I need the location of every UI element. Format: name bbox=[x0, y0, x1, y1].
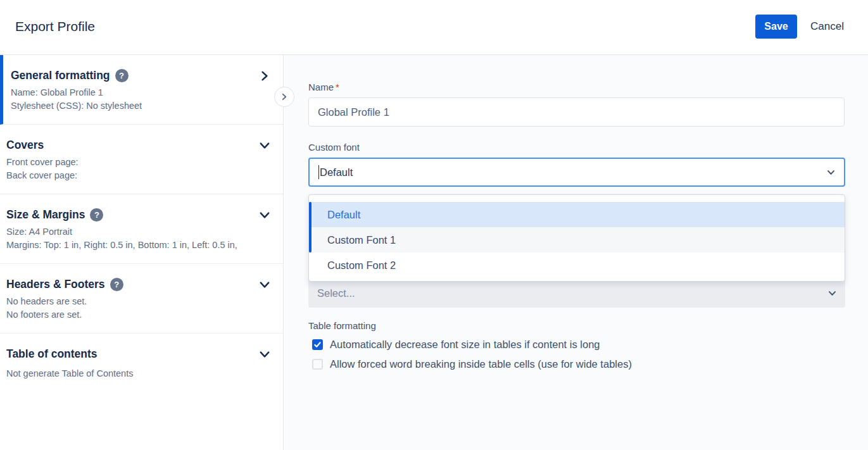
name-input[interactable] bbox=[308, 97, 845, 127]
sidebar-item-table-of-contents[interactable]: Table of contents Not generate Table of … bbox=[0, 334, 283, 392]
chevron-down-icon bbox=[828, 289, 836, 297]
custom-font-combobox[interactable]: Default bbox=[308, 158, 845, 187]
stylesheet-select[interactable]: Select... bbox=[308, 278, 845, 308]
option-custom-font-1[interactable]: Custom Font 1 bbox=[309, 227, 845, 253]
checkbox-label: Allow forced word breaking inside table … bbox=[330, 358, 632, 370]
required-asterisk: * bbox=[336, 82, 339, 92]
sidebar-item-summary: No footers are set. bbox=[6, 308, 255, 322]
checkbox-row-decrease-font[interactable]: Automatically decrease font size in tabl… bbox=[312, 339, 600, 351]
sidebar-item-summary: Back cover page: bbox=[6, 169, 255, 182]
chevron-down-icon bbox=[259, 209, 270, 221]
checkbox-label: Automatically decrease font size in tabl… bbox=[330, 339, 600, 351]
sidebar-item-title: Table of contents bbox=[6, 347, 97, 361]
sidebar-item-title: Covers bbox=[6, 139, 44, 152]
sidebar-item-title: Size & Margins bbox=[6, 208, 85, 222]
custom-font-dropdown-menu: Default Custom Font 1 Custom Font 2 bbox=[308, 194, 845, 282]
sidebar-item-summary: No headers are set. bbox=[6, 295, 255, 308]
custom-font-label: Custom font bbox=[308, 142, 360, 153]
sidebar: General formatting ? Name: Global Profil… bbox=[0, 55, 284, 450]
select-placeholder: Select... bbox=[317, 287, 355, 299]
checkbox-checked-icon[interactable] bbox=[312, 339, 323, 350]
sidebar-item-summary: Not generate Table of Contents bbox=[6, 367, 255, 380]
page-title: Export Profile bbox=[15, 19, 95, 34]
sidebar-item-headers-footers[interactable]: Headers & Footers ? No headers are set. … bbox=[0, 264, 283, 334]
table-formatting-label: Table formatting bbox=[308, 320, 376, 331]
option-custom-font-2[interactable]: Custom Font 2 bbox=[309, 253, 845, 278]
chevron-down-icon bbox=[259, 279, 270, 291]
option-default[interactable]: Default bbox=[309, 202, 845, 227]
chevron-right-icon bbox=[280, 93, 288, 101]
sidebar-item-summary: Front cover page: bbox=[6, 156, 255, 169]
help-icon[interactable]: ? bbox=[90, 208, 103, 222]
sidebar-item-summary: Stylesheet (CSS): No stylesheet bbox=[11, 99, 255, 113]
checkbox-row-word-breaking[interactable]: Allow forced word breaking inside table … bbox=[312, 358, 632, 370]
chevron-down-icon bbox=[259, 349, 270, 360]
checkbox-unchecked-icon[interactable] bbox=[312, 359, 323, 370]
sidebar-item-title: General formatting bbox=[11, 69, 110, 82]
sidebar-item-general-formatting[interactable]: General formatting ? Name: Global Profil… bbox=[0, 55, 283, 125]
name-label-text: Name bbox=[308, 82, 334, 92]
help-icon[interactable]: ? bbox=[110, 278, 123, 291]
cancel-button[interactable]: Cancel bbox=[810, 20, 844, 33]
chevron-down-icon bbox=[259, 140, 270, 151]
sidebar-item-covers[interactable]: Covers Front cover page: Back cover page… bbox=[0, 125, 283, 194]
main-panel: Name* Custom font Default Default Custom… bbox=[284, 55, 868, 450]
panel-collapse-button[interactable] bbox=[274, 87, 294, 107]
name-label: Name* bbox=[308, 82, 339, 92]
help-icon[interactable]: ? bbox=[115, 69, 129, 82]
save-button[interactable]: Save bbox=[755, 15, 797, 39]
menu-scrollbar[interactable] bbox=[309, 202, 311, 253]
chevron-right-icon bbox=[259, 70, 270, 82]
chevron-down-icon bbox=[827, 168, 835, 177]
text-cursor bbox=[318, 165, 319, 179]
sidebar-item-summary: Name: Global Profile 1 bbox=[11, 86, 255, 99]
sidebar-item-summary: Margins: Top: 1 in, Right: 0.5 in, Botto… bbox=[6, 239, 255, 252]
top-bar: Export Profile Save Cancel bbox=[0, 0, 868, 55]
custom-font-value: Default bbox=[320, 166, 353, 178]
sidebar-item-summary: Size: A4 Portrait bbox=[6, 225, 255, 239]
sidebar-item-size-margins[interactable]: Size & Margins ? Size: A4 Portrait Margi… bbox=[0, 194, 283, 264]
sidebar-item-title: Headers & Footers bbox=[6, 278, 105, 291]
